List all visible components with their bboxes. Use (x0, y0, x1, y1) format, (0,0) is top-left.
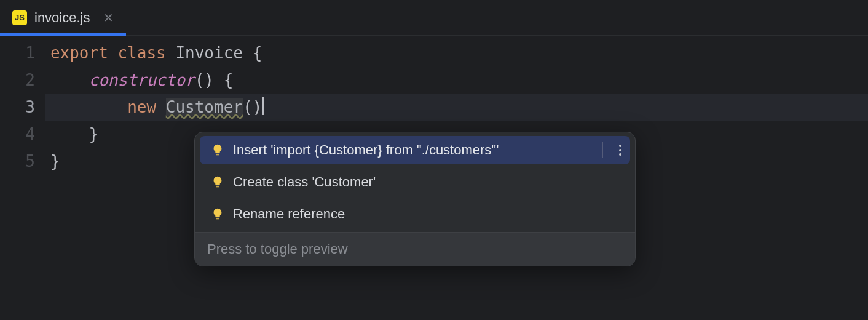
popup-footer-hint[interactable]: Press to toggle preview (195, 232, 635, 266)
close-icon[interactable]: ✕ (103, 12, 114, 24)
separator (602, 142, 603, 158)
quickfix-item-create-class[interactable]: Create class 'Customer' (200, 168, 630, 196)
code-line-current: new Customer() (45, 94, 868, 121)
svg-rect-0 (216, 154, 219, 154)
line-number: 1 (0, 39, 35, 66)
tab-invoice-js[interactable]: JS invoice.js ✕ (0, 0, 126, 35)
more-actions-icon[interactable] (619, 145, 621, 156)
unresolved-reference[interactable]: Customer (166, 98, 243, 116)
svg-rect-1 (216, 186, 219, 186)
svg-rect-2 (216, 218, 219, 218)
quickfix-item-import[interactable]: Insert 'import {Customer} from "./custom… (200, 136, 630, 164)
js-file-icon: JS (12, 10, 27, 25)
intention-actions-popup: Insert 'import {Customer} from "./custom… (194, 132, 636, 266)
lightbulb-icon (211, 143, 224, 157)
code-line: export class Invoice { (50, 39, 868, 66)
lightbulb-icon (211, 175, 224, 189)
lightbulb-icon (211, 207, 224, 221)
line-number: 4 (0, 121, 35, 148)
line-number: 5 (0, 148, 35, 175)
line-number: 3 (0, 94, 35, 121)
line-number: 2 (0, 66, 35, 94)
quickfix-label: Rename reference (233, 206, 345, 222)
tab-label: invoice.js (34, 10, 90, 26)
quickfix-label: Create class 'Customer' (233, 174, 376, 190)
quickfix-item-rename[interactable]: Rename reference (200, 200, 630, 228)
text-caret (262, 97, 264, 115)
editor-tabbar: JS invoice.js ✕ (0, 0, 868, 36)
code-line: constructor() { (50, 66, 868, 94)
quickfix-label: Insert 'import {Customer} from "./custom… (233, 142, 499, 158)
line-number-gutter: 1 2 3 4 5 (0, 39, 45, 175)
